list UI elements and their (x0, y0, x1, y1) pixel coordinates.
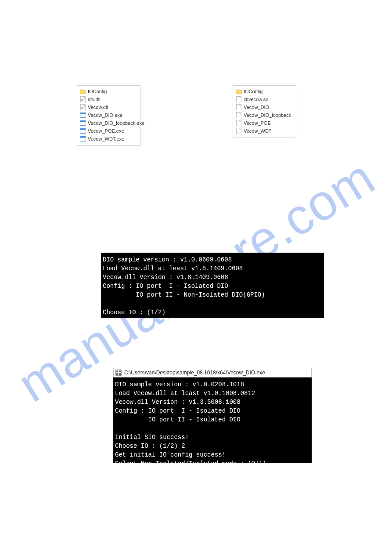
terminal-output-1: DIO sample version : v1.0.0609.0608Load … (101, 253, 324, 318)
svg-rect-3 (116, 373, 118, 375)
file-row[interactable]: Vecow_WDT.exe (80, 135, 137, 143)
terminal-line: Load Vecow.dll at least v1.0.1008.0812 (115, 389, 310, 398)
terminal-line: Config : IO port I - Isolated DIO (103, 282, 322, 290)
terminal-line: Vecow.dll Version : v1.8.1409.0608 (103, 273, 322, 282)
exe-icon (80, 120, 86, 126)
terminal-line: IO port II - Isolated DIO (115, 415, 310, 424)
file-row[interactable]: libvecow.so (236, 95, 293, 103)
exe-icon (80, 112, 86, 118)
file-label: Vecow_WDT.exe (88, 136, 124, 141)
terminal-line: Initial SIO success! (115, 433, 310, 442)
terminal-output-2: DIO sample version : v1.0.0208.1018Load … (113, 377, 312, 463)
file-label: drv.dll (88, 97, 101, 102)
file-label: IOConfig (244, 89, 263, 94)
file-label: IOConfig (88, 89, 107, 94)
file-row[interactable]: Vecow_DIO_loopback.exe (80, 119, 137, 127)
folder-icon (80, 88, 86, 94)
terminal-line: Vecow.dll Version : v1.3.5008.1008 (115, 398, 310, 406)
file-label: Vecow_DIO_loopback.exe (88, 120, 144, 126)
page: manualshare.com IOConfigdrv.dllVecow.dll… (0, 0, 392, 555)
terminal-line: DIO sample version : v1.0.0609.0608 (103, 255, 322, 264)
generic-icon (236, 120, 242, 126)
file-label: Vecow_DIO_loopback (244, 112, 291, 118)
terminal-line: IO port II - Non-Isolated DIO(GPIO) (103, 290, 322, 299)
folder-icon (236, 88, 242, 94)
exe-icon (80, 136, 86, 142)
file-list-windows: IOConfigdrv.dllVecow.dllVecow_DIO.exeVec… (77, 85, 140, 146)
file-label: Vecow_POE (244, 120, 271, 126)
terminal-line: Select Non-Isolated/Isolated mode : (0/1… (115, 459, 310, 463)
terminal-title-text: C:\Users\van\Desktop\sample_08.1018\x64\… (124, 370, 265, 376)
file-row[interactable]: drv.dll (80, 95, 137, 103)
file-row[interactable]: Vecow_DIO (236, 103, 293, 111)
dll-icon (80, 96, 86, 102)
file-label: Vecow_POE.exe (88, 128, 124, 134)
svg-rect-2 (119, 370, 121, 372)
terminal-line: DIO sample version : v1.0.0208.1018 (115, 380, 310, 389)
file-row[interactable]: Vecow_DIO.exe (80, 111, 137, 119)
file-label: libvecow.so (244, 97, 268, 102)
file-row[interactable]: IOConfig (80, 87, 137, 95)
file-row[interactable]: Vecow.dll (80, 103, 137, 111)
terminal-line (103, 299, 322, 308)
terminal-title-bar: C:\Users\van\Desktop\sample_08.1018\x64\… (113, 368, 312, 377)
terminal-line: Choose IO : (1/2) 2 (115, 442, 310, 450)
generic-icon (236, 96, 242, 102)
file-row[interactable]: Vecow_WDT (236, 127, 293, 135)
file-row[interactable]: IOConfig (236, 87, 293, 95)
file-label: Vecow_WDT (244, 128, 272, 134)
dll-icon (80, 104, 86, 110)
exe-icon (80, 128, 86, 134)
file-list-linux: IOConfiglibvecow.soVecow_DIOVecow_DIO_lo… (233, 85, 296, 138)
file-row[interactable]: Vecow_POE.exe (80, 127, 137, 135)
file-label: Vecow.dll (88, 105, 108, 110)
generic-icon (236, 128, 242, 134)
generic-icon (236, 112, 242, 118)
file-row[interactable]: Vecow_DIO_loopback (236, 111, 293, 119)
terminal-line: Choose IO : (1/2) (103, 308, 322, 317)
terminal-line: Get initial IO config success! (115, 450, 310, 459)
app-icon (115, 370, 122, 376)
file-row[interactable]: Vecow_POE (236, 119, 293, 127)
file-label: Vecow_DIO (244, 105, 269, 110)
terminal-line: Load Vecow.dll at least v1.8.1409.0608 (103, 264, 322, 273)
svg-rect-1 (116, 370, 118, 372)
generic-icon (236, 104, 242, 110)
svg-rect-4 (119, 373, 121, 375)
terminal-line: Config : IO port I - Isolated DIO (115, 406, 310, 415)
terminal-line (115, 424, 310, 433)
file-label: Vecow_DIO.exe (88, 112, 122, 118)
